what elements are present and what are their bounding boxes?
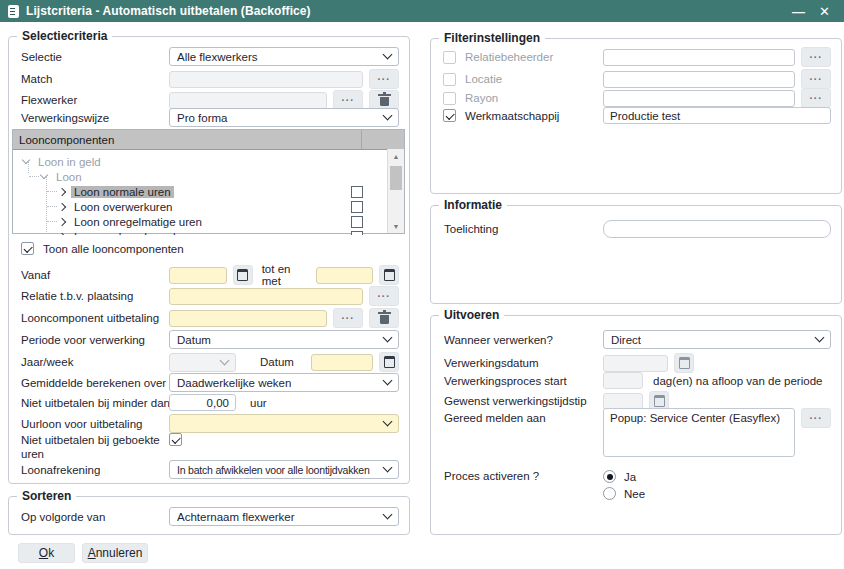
- werkmaatschappij-input[interactable]: Productie test: [603, 107, 831, 124]
- ellipsis-icon: ···: [810, 93, 823, 104]
- looncomponent-uitbetaling-row: Looncomponent uitbetaling ···: [21, 308, 399, 328]
- scrollbar-thumb[interactable]: [390, 166, 402, 190]
- tree-checkbox[interactable]: [351, 231, 363, 236]
- verwerkingswijze-label: Verwerkingswijze: [21, 112, 169, 124]
- flexwerker-input[interactable]: [169, 92, 327, 109]
- uurloon-select[interactable]: [169, 414, 399, 433]
- rayon-browse-button[interactable]: ···: [801, 88, 831, 108]
- chevron-collapsed-icon: [58, 187, 66, 195]
- datum-label: Datum: [260, 356, 294, 368]
- verwerkingsdatum-calendar-button[interactable]: [674, 353, 694, 373]
- tot-en-met-input[interactable]: [316, 267, 373, 284]
- dagen-na-afloop-label: dag(en) na afloop van de periode: [653, 375, 822, 387]
- rayon-input[interactable]: [603, 90, 795, 107]
- datum-input[interactable]: [311, 354, 373, 371]
- tree-checkbox[interactable]: [351, 216, 363, 228]
- selectie-select[interactable]: Alle flexwerkers: [169, 47, 399, 66]
- group-uitvoeren: Uitvoeren Wanneer verwerken? Direct Verw…: [430, 315, 842, 535]
- radio-option-ja[interactable]: Ja: [603, 470, 636, 483]
- relatiebeheerder-browse-button[interactable]: ···: [801, 47, 831, 67]
- looncomponent-uitbetaling-browse-button[interactable]: ···: [333, 308, 363, 328]
- wanneer-verwerken-select[interactable]: Direct: [603, 330, 831, 349]
- op-volgorde-row: Op volgorde van Achternaam flexwerker: [21, 507, 399, 526]
- gereed-melden-textarea[interactable]: Popup: Service Center (Easyflex): [603, 408, 795, 457]
- jaar-week-row: Jaar/week Datum: [21, 352, 399, 372]
- tree-scrollbar[interactable]: ▲ ▼: [387, 149, 404, 233]
- match-input[interactable]: [169, 71, 363, 88]
- looncomponent-uitbetaling-input[interactable]: [169, 310, 327, 327]
- selectie-label: Selectie: [21, 51, 169, 63]
- tree-item[interactable]: Loon verlaagde uurlonen: [13, 229, 387, 235]
- locatie-checkbox[interactable]: [443, 73, 456, 86]
- radio-unselected-icon[interactable]: [603, 487, 616, 500]
- chevron-down-icon: [383, 376, 393, 386]
- annuleren-button[interactable]: Annuleren: [82, 543, 148, 563]
- header-divider: [361, 130, 362, 149]
- relatiebeheerder-input[interactable]: [603, 49, 795, 66]
- loonafrekening-select[interactable]: In batch afwikkelen voor alle loontijdva…: [169, 460, 399, 479]
- verwerkingsproces-start-label: Verwerkingsproces start: [444, 375, 603, 387]
- gemiddelde-select[interactable]: Daadwerkelijke weken: [169, 373, 399, 392]
- scroll-up-icon[interactable]: ▲: [388, 149, 404, 163]
- radio-option-nee[interactable]: Nee: [603, 487, 645, 500]
- close-icon[interactable]: ✕: [819, 5, 830, 18]
- radio-selected-icon[interactable]: [603, 470, 616, 483]
- relatie-plaatsing-input[interactable]: [169, 288, 363, 305]
- trash-icon: [380, 97, 389, 106]
- chevron-down-icon: [220, 355, 230, 365]
- tree-item[interactable]: Loon overwerkuren: [13, 199, 387, 214]
- op-volgorde-select[interactable]: Achternaam flexwerker: [169, 507, 399, 526]
- gemiddelde-label: Gemiddelde berekenen over: [21, 377, 169, 389]
- tree-item[interactable]: Loon in geld: [13, 154, 387, 169]
- chevron-down-icon: [383, 463, 393, 473]
- ellipsis-icon: ···: [810, 74, 823, 85]
- tot-en-met-calendar-button[interactable]: [379, 265, 399, 285]
- werkmaatschappij-row: Werkmaatschappij Productie test: [443, 107, 831, 124]
- group-filterinstellingen-legend: Filterinstellingen: [439, 31, 545, 45]
- match-browse-button[interactable]: ···: [369, 69, 399, 89]
- scroll-down-icon[interactable]: ▼: [388, 219, 404, 233]
- toelichting-input[interactable]: [603, 220, 831, 238]
- op-volgorde-label: Op volgorde van: [21, 511, 169, 523]
- gereed-melden-browse-button[interactable]: ···: [801, 408, 831, 428]
- vanaf-calendar-button[interactable]: [233, 265, 253, 285]
- periode-verwerking-select[interactable]: Datum: [169, 330, 399, 349]
- locatie-input[interactable]: [603, 71, 795, 88]
- relatiebeheerder-checkbox[interactable]: [443, 51, 456, 64]
- jaar-week-select[interactable]: [169, 353, 236, 372]
- toon-alle-checkbox[interactable]: [21, 242, 34, 255]
- tree-item[interactable]: Loon onregelmatige uren: [13, 214, 387, 229]
- chevron-collapsed-icon: [58, 202, 66, 210]
- tree-item-selected[interactable]: Loon normale uren: [13, 184, 387, 199]
- tree-item[interactable]: Loon: [13, 169, 387, 184]
- verwerkingsdatum-input[interactable]: [603, 355, 668, 372]
- gewenst-tijdstip-input[interactable]: [603, 393, 643, 410]
- toelichting-label: Toelichting: [444, 223, 603, 235]
- datum-calendar-button[interactable]: [379, 352, 399, 372]
- werkmaatschappij-checkbox[interactable]: [443, 109, 456, 122]
- gereed-melden-label: Gereed melden aan: [444, 408, 603, 424]
- relatie-plaatsing-label: Relatie t.b.v. plaatsing: [21, 290, 169, 302]
- niet-uitbetalen-geboekt-checkbox[interactable]: [169, 433, 182, 446]
- group-sorteren-legend: Sorteren: [17, 489, 76, 503]
- verwerkingswijze-select[interactable]: Pro forma: [169, 108, 399, 127]
- relatiebeheerder-label: Relatiebeheerder: [465, 51, 553, 63]
- tree-checkbox[interactable]: [351, 201, 363, 213]
- looncomponenten-tree: Loon in geld Loon Loon normale uren Loo: [13, 150, 404, 235]
- niet-uitbetalen-minder-label: Niet uitbetalen bij minder dan: [21, 397, 169, 409]
- flexwerker-clear-button[interactable]: [369, 90, 399, 110]
- ok-button[interactable]: Ok: [18, 543, 75, 563]
- vanaf-input[interactable]: [169, 267, 227, 284]
- locatie-browse-button[interactable]: ···: [801, 69, 831, 89]
- match-label: Match: [21, 73, 169, 85]
- verwerkingsproces-start-input[interactable]: [603, 372, 643, 389]
- toelichting-row: Toelichting: [444, 220, 831, 238]
- flexwerker-browse-button[interactable]: ···: [333, 90, 363, 110]
- chevron-down-icon: [383, 111, 393, 121]
- relatie-plaatsing-browse-button[interactable]: ···: [369, 286, 399, 306]
- looncomponent-uitbetaling-clear-button[interactable]: [369, 308, 399, 328]
- tree-checkbox[interactable]: [351, 186, 363, 198]
- rayon-checkbox[interactable]: [443, 92, 456, 105]
- minimize-icon[interactable]: —: [792, 5, 805, 18]
- niet-uitbetalen-minder-input[interactable]: 0,00: [169, 394, 236, 411]
